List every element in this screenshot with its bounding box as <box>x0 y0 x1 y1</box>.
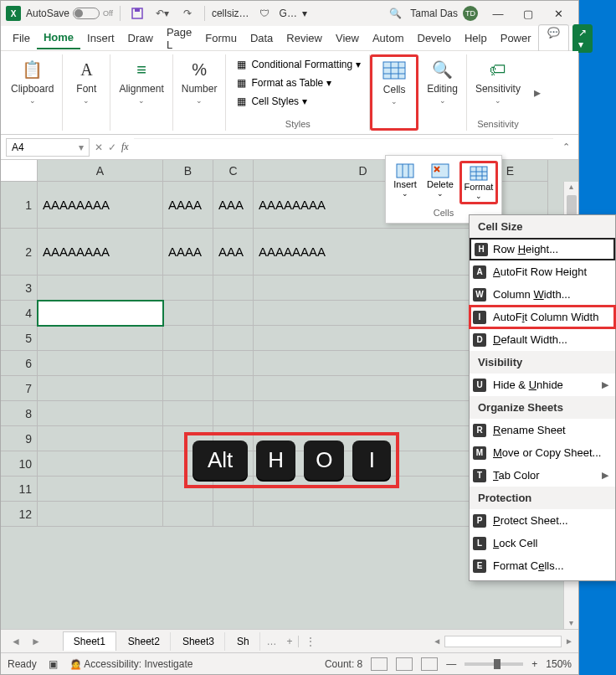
format-item-tab-color[interactable]: TTab Color▶ <box>470 464 615 487</box>
undo-icon[interactable]: ↶▾ <box>152 3 172 23</box>
format-item-lock-cell[interactable]: LLock Cell <box>470 532 615 554</box>
cell-B4[interactable] <box>163 301 213 326</box>
cell-C2[interactable]: AAA <box>213 229 254 276</box>
accept-icon[interactable]: ✓ <box>108 142 116 153</box>
cell-D7[interactable] <box>254 376 473 401</box>
row-header-8[interactable]: 8 <box>1 401 38 426</box>
row-header-2[interactable]: 2 <box>1 229 38 276</box>
share-button[interactable]: ↗ ▾ <box>572 24 593 53</box>
menu-home[interactable]: Home <box>37 27 80 49</box>
macro-record-icon[interactable]: ▣ <box>49 658 58 670</box>
tab-sh[interactable]: Sh <box>227 632 260 651</box>
tab-next-icon[interactable]: ► <box>26 636 46 647</box>
font-button[interactable]: A Font ⌄ <box>68 56 105 106</box>
view-normal-icon[interactable] <box>371 657 388 671</box>
col-header-B[interactable]: B <box>163 160 213 182</box>
format-item-format-cells[interactable]: EFormat Cells... <box>470 554 615 577</box>
tab-sheet3[interactable]: Sheet3 <box>172 632 225 651</box>
name-box[interactable]: A4 ▾ <box>6 138 90 157</box>
cell-D2[interactable]: AAAAAAAA <box>254 229 473 276</box>
menu-view[interactable]: View <box>329 28 366 49</box>
maximize-icon[interactable]: ▢ <box>513 2 543 25</box>
formula-input[interactable] <box>134 138 553 157</box>
menu-file[interactable]: File <box>6 28 37 49</box>
toggle-icon[interactable] <box>73 8 100 19</box>
comments-button[interactable]: 💬 <box>538 24 569 53</box>
menu-power[interactable]: Power <box>494 28 538 49</box>
menu-draw[interactable]: Draw <box>121 28 160 49</box>
autosave-toggle[interactable]: AutoSave Off <box>26 8 113 19</box>
tab-sheet2[interactable]: Sheet2 <box>118 632 171 651</box>
cell-A3[interactable] <box>38 276 163 301</box>
cell-B3[interactable] <box>163 276 213 301</box>
cell-A4[interactable] <box>38 301 163 326</box>
delete-cells-button[interactable]: Delete⌄ <box>424 161 456 204</box>
save-icon[interactable] <box>127 3 147 23</box>
cell-C12[interactable] <box>213 502 254 527</box>
cell-C1[interactable]: AAA <box>213 182 254 229</box>
row-header-9[interactable]: 9 <box>1 426 38 451</box>
format-item-hide-unhide[interactable]: UHide & Unhide▶ <box>470 374 615 396</box>
row-header-6[interactable]: 6 <box>1 351 38 376</box>
cell-D12[interactable] <box>254 502 473 527</box>
menu-data[interactable]: Data <box>244 28 280 49</box>
cell-D4[interactable] <box>254 301 473 326</box>
cell-C8[interactable] <box>213 401 254 426</box>
cell-C4[interactable] <box>213 301 254 326</box>
tab-more-icon[interactable]: … <box>262 636 282 647</box>
format-item-move-or-copy-sheet[interactable]: MMove or Copy Sheet... <box>470 441 615 464</box>
editing-button[interactable]: 🔍 Editing ⌄ <box>424 56 461 106</box>
tab-sheet1[interactable]: Sheet1 <box>63 631 116 651</box>
format-item-row-height[interactable]: HRow Height... <box>470 238 615 260</box>
cell-B8[interactable] <box>163 401 213 426</box>
cell-A10[interactable] <box>38 451 163 477</box>
format-cells-button[interactable]: Format⌄ <box>459 161 498 204</box>
minimize-icon[interactable]: — <box>483 2 513 25</box>
format-item-rename-sheet[interactable]: RRename Sheet <box>470 419 615 441</box>
ribbon-overflow-button[interactable]: ▸ <box>529 54 546 131</box>
cell-B6[interactable] <box>163 351 213 376</box>
menu-formulas[interactable]: Formu <box>198 28 244 49</box>
select-all-button[interactable] <box>1 160 38 182</box>
view-break-icon[interactable] <box>421 657 438 671</box>
cell-B2[interactable]: AAAA <box>163 229 213 276</box>
cells-button[interactable]: Cells ⌄ <box>376 57 413 107</box>
cell-D8[interactable] <box>254 401 473 426</box>
cell-A11[interactable] <box>38 477 163 502</box>
menu-automate[interactable]: Autom <box>366 28 411 49</box>
cell-D3[interactable] <box>254 276 473 301</box>
cell-A2[interactable]: AAAAAAAA <box>38 229 163 276</box>
fx-icon[interactable]: fx <box>121 141 129 153</box>
cell-B1[interactable]: AAAA <box>163 182 213 229</box>
insert-cells-button[interactable]: Insert⌄ <box>389 161 421 204</box>
menu-pagelayout[interactable]: Page L <box>160 22 198 55</box>
row-header-4[interactable]: 4 <box>1 301 38 326</box>
hscroll-right-icon[interactable]: ► <box>565 636 573 646</box>
hscroll-left-icon[interactable]: ◄ <box>433 636 441 646</box>
cell-A12[interactable] <box>38 502 163 527</box>
row-header-7[interactable]: 7 <box>1 376 38 401</box>
cell-D5[interactable] <box>254 326 473 351</box>
cell-A6[interactable] <box>38 351 163 376</box>
cell-C3[interactable] <box>213 276 254 301</box>
clipboard-button[interactable]: 📋 Clipboard ⌄ <box>8 56 57 106</box>
cell-A5[interactable] <box>38 326 163 351</box>
chevron-down-icon[interactable]: ▾ <box>79 142 84 153</box>
format-item-autofit-row-height[interactable]: AAutoFit Row Height <box>470 260 615 283</box>
menu-review[interactable]: Review <box>280 28 329 49</box>
menu-help[interactable]: Help <box>458 28 494 49</box>
collapse-formula-icon[interactable]: ⌃ <box>553 142 578 152</box>
redo-icon[interactable]: ↷ <box>177 3 198 23</box>
conditional-formatting-button[interactable]: ▦Conditional Formatting ▾ <box>231 56 364 73</box>
row-header-10[interactable]: 10 <box>1 451 38 477</box>
number-button[interactable]: % Number ⌄ <box>178 56 221 106</box>
zoom-out-icon[interactable]: — <box>446 658 456 670</box>
close-icon[interactable]: ✕ <box>543 2 573 25</box>
cell-C6[interactable] <box>213 351 254 376</box>
cell-D6[interactable] <box>254 351 473 376</box>
horizontal-scrollbar[interactable] <box>444 636 562 647</box>
cell-C7[interactable] <box>213 376 254 401</box>
cell-styles-button[interactable]: ▦Cell Styles ▾ <box>231 93 364 110</box>
format-item-protect-sheet[interactable]: PProtect Sheet... <box>470 509 615 532</box>
cell-C5[interactable] <box>213 326 254 351</box>
